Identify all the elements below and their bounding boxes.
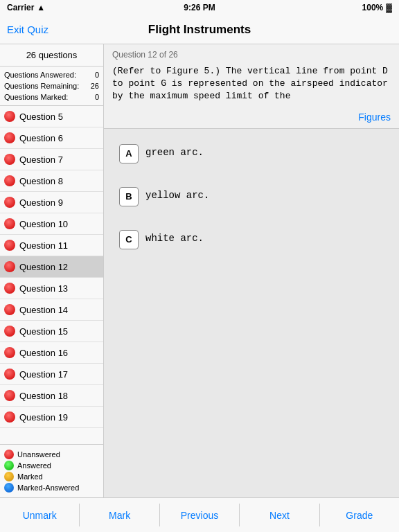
sidebar-question-item[interactable]: Question 12 xyxy=(0,256,103,278)
legend-item: Marked-Answered xyxy=(4,482,99,493)
question-label: Question 12 xyxy=(19,262,68,272)
answer-option[interactable]: Cwhite arc. xyxy=(112,222,391,258)
question-status-icon xyxy=(4,326,15,337)
stat-label: Questions Marked: xyxy=(4,93,68,101)
sidebar-question-item[interactable]: Question 19 xyxy=(0,407,103,428)
question-status-icon xyxy=(4,175,15,186)
question-label: Question 13 xyxy=(19,283,68,294)
sidebar-question-item[interactable]: Question 17 xyxy=(0,364,103,385)
answer-text: yellow arc. xyxy=(145,187,209,201)
sidebar-question-item[interactable]: Question 15 xyxy=(0,321,103,342)
question-status-icon xyxy=(4,283,15,294)
legend-label: Marked-Answered xyxy=(17,484,79,492)
question-status-icon xyxy=(4,347,15,358)
question-label: Question 16 xyxy=(19,348,68,358)
question-status-icon xyxy=(4,411,15,423)
battery-label: 100% xyxy=(362,3,384,12)
sidebar-question-item[interactable]: Question 13 xyxy=(0,278,103,299)
question-label: Question 19 xyxy=(19,412,68,423)
answer-text: green arc. xyxy=(145,144,204,158)
question-label: Question 18 xyxy=(19,391,68,401)
main-area: 26 questions Questions Answered:0Questio… xyxy=(0,44,399,497)
question-status-icon xyxy=(4,304,15,315)
sidebar-question-item[interactable]: Question 5 xyxy=(0,106,103,127)
status-time: 9:26 PM xyxy=(184,3,215,12)
sidebar-question-item[interactable]: Question 7 xyxy=(0,149,103,170)
legend-item: Answered xyxy=(4,460,99,471)
sidebar-question-item[interactable]: Question 9 xyxy=(0,192,103,213)
question-label: Question 14 xyxy=(19,305,68,315)
stat-label: Questions Remaining: xyxy=(4,82,79,90)
question-label: Question 8 xyxy=(19,176,63,186)
unmark-button[interactable]: Unmark xyxy=(0,498,79,532)
battery-icon: ▓ xyxy=(386,3,392,12)
question-label: Question 17 xyxy=(19,369,68,380)
question-header: Question 12 of 26 xyxy=(104,44,399,62)
sidebar-question-item[interactable]: Question 18 xyxy=(0,385,103,407)
header: Exit Quiz Flight Instruments xyxy=(0,15,399,44)
question-status-icon xyxy=(4,390,15,401)
figures-link[interactable]: Figures xyxy=(104,109,399,129)
question-status-icon xyxy=(4,197,15,208)
previous-button[interactable]: Previous xyxy=(160,498,239,532)
wifi-icon: ▲ xyxy=(37,3,45,12)
legend-icon-marked-answered xyxy=(4,483,14,493)
question-label: Question 7 xyxy=(19,154,63,165)
answer-option[interactable]: Byellow arc. xyxy=(112,179,391,215)
question-label: Question 5 xyxy=(19,112,63,122)
sidebar-legend: UnansweredAnsweredMarkedMarked-Answered xyxy=(0,444,103,497)
stat-value: 26 xyxy=(91,82,99,90)
answer-letter: A xyxy=(119,144,139,163)
stat-value: 0 xyxy=(95,93,99,101)
question-text: (Refer to Figure 5.) The vertical line f… xyxy=(104,62,399,109)
status-bar: Carrier ▲ 9:26 PM 100% ▓ xyxy=(0,0,399,15)
sidebar-question-item[interactable]: Question 6 xyxy=(0,127,103,149)
sidebar-stats: Questions Answered:0Questions Remaining:… xyxy=(0,66,103,106)
question-status-icon xyxy=(4,240,15,251)
status-left: Carrier ▲ xyxy=(7,3,45,12)
mark-button[interactable]: Mark xyxy=(80,498,159,532)
stat-value: 0 xyxy=(95,71,99,79)
sidebar: 26 questions Questions Answered:0Questio… xyxy=(0,44,104,497)
next-button[interactable]: Next xyxy=(240,498,319,532)
legend-item: Unanswered xyxy=(4,449,99,460)
question-status-icon xyxy=(4,154,15,165)
answers-area: Agreen arc.Byellow arc.Cwhite arc. xyxy=(104,129,399,497)
answer-option[interactable]: Agreen arc. xyxy=(112,136,391,172)
question-status-icon xyxy=(4,218,15,229)
exit-quiz-button[interactable]: Exit Quiz xyxy=(7,24,48,35)
stat-label: Questions Answered: xyxy=(4,71,76,79)
sidebar-questions-count: 26 questions xyxy=(0,44,103,66)
question-label: Question 11 xyxy=(19,240,68,251)
question-status-icon xyxy=(4,261,15,272)
content-area: Question 12 of 26 (Refer to Figure 5.) T… xyxy=(104,44,399,497)
question-status-icon xyxy=(4,111,15,122)
page-title: Flight Instruments xyxy=(148,23,251,37)
status-right: 100% ▓ xyxy=(362,3,392,12)
sidebar-question-item[interactable]: Question 10 xyxy=(0,213,103,235)
sidebar-stat-row: Questions Marked:0 xyxy=(4,91,99,103)
question-label: Question 9 xyxy=(19,197,63,208)
question-label: Question 15 xyxy=(19,326,68,337)
legend-label: Unanswered xyxy=(17,450,60,459)
sidebar-question-item[interactable]: Question 8 xyxy=(0,170,103,192)
question-status-icon xyxy=(4,369,15,380)
sidebar-stat-row: Questions Remaining:26 xyxy=(4,80,99,91)
legend-icon-answered xyxy=(4,461,14,470)
legend-item: Marked xyxy=(4,471,99,482)
question-status-icon xyxy=(4,132,15,143)
legend-label: Marked xyxy=(17,472,43,481)
legend-icon-unanswered xyxy=(4,450,14,459)
answer-letter: C xyxy=(119,230,139,249)
sidebar-question-item[interactable]: Question 16 xyxy=(0,342,103,364)
question-label: Question 6 xyxy=(19,133,63,143)
sidebar-question-item[interactable]: Question 14 xyxy=(0,299,103,321)
bottom-toolbar: Unmark Mark Previous Next Grade xyxy=(0,497,399,532)
sidebar-question-item[interactable]: Question 11 xyxy=(0,235,103,256)
answer-text: white arc. xyxy=(145,230,204,244)
grade-button[interactable]: Grade xyxy=(320,498,399,532)
legend-label: Answered xyxy=(17,461,51,470)
question-label: Question 10 xyxy=(19,219,68,229)
sidebar-stat-row: Questions Answered:0 xyxy=(4,69,99,80)
answer-letter: B xyxy=(119,187,139,206)
